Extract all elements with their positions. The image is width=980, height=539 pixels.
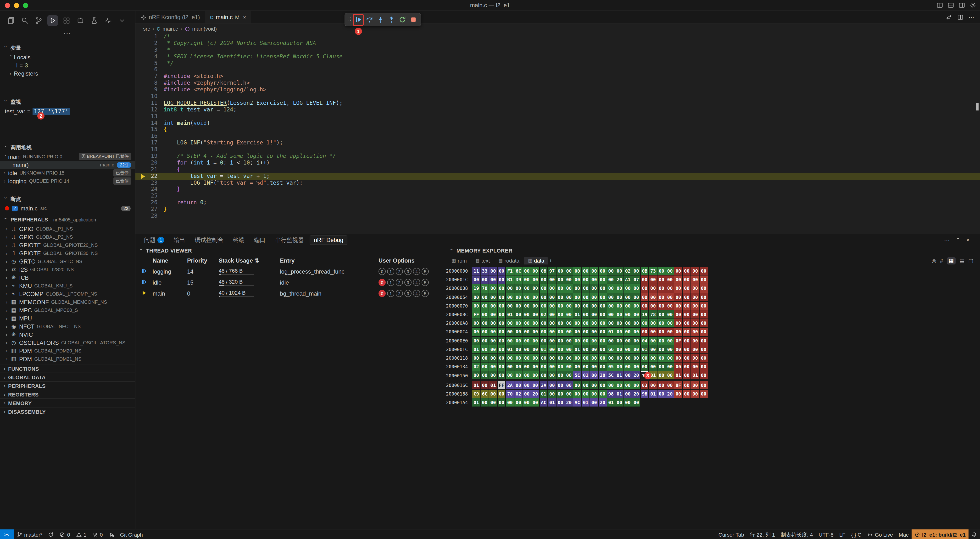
memory-byte[interactable]: 00 (557, 371, 565, 379)
memory-byte[interactable]: 00 (657, 381, 665, 389)
memory-byte[interactable]: 00 (666, 345, 674, 353)
memory-byte[interactable]: 00 (599, 328, 606, 336)
locate-icon[interactable]: ◎ (932, 258, 936, 264)
memory-byte[interactable]: 01 (607, 398, 615, 406)
line-number[interactable]: 28 (135, 213, 164, 220)
more-actions-icon[interactable]: ⋯ (944, 237, 950, 243)
memory-byte[interactable]: 00 (531, 319, 539, 327)
memory-byte[interactable]: 00 (590, 381, 598, 389)
user-option-4[interactable]: 4 (413, 279, 420, 286)
memory-byte[interactable]: 00 (514, 293, 522, 301)
memory-byte[interactable]: 00 (700, 345, 708, 353)
debug-step-over-button[interactable] (364, 14, 374, 25)
memory-byte[interactable]: 20 (599, 371, 606, 379)
grid-view-icon[interactable]: ▦ (947, 257, 956, 264)
memory-byte[interactable]: 00 (691, 284, 699, 292)
memory-byte[interactable]: 00 (641, 363, 649, 371)
memory-byte[interactable]: 00 (557, 363, 565, 371)
breakpoints-section-header[interactable]: › 断点 (0, 194, 135, 204)
memory-byte[interactable]: 00 (632, 363, 640, 371)
memory-byte[interactable]: 00 (548, 311, 556, 319)
memory-byte[interactable]: 00 (523, 302, 531, 310)
memory-byte[interactable]: 00 (599, 276, 606, 284)
memory-byte[interactable]: 00 (599, 284, 606, 292)
memory-byte[interactable]: 00 (573, 381, 581, 389)
user-option-3[interactable]: 3 (404, 290, 412, 297)
memory-byte[interactable]: 00 (607, 354, 615, 362)
memory-byte[interactable]: 00 (590, 398, 598, 406)
memory-byte[interactable]: 00 (540, 319, 548, 327)
memory-byte[interactable]: 00 (691, 319, 699, 327)
memory-byte[interactable]: 00 (557, 398, 565, 406)
memory-byte[interactable]: 00 (649, 345, 657, 353)
memory-byte[interactable]: 00 (472, 276, 480, 284)
memory-byte[interactable]: 00 (599, 293, 606, 301)
watch-section-header[interactable]: › 监视 (0, 97, 135, 107)
memory-byte[interactable]: 00 (590, 345, 598, 353)
memory-byte[interactable]: 00 (657, 302, 665, 310)
line-number[interactable]: 19 (135, 153, 164, 160)
memory-byte[interactable]: 00 (523, 319, 531, 327)
memory-byte[interactable]: 00 (573, 276, 581, 284)
memory-byte[interactable]: 00 (700, 284, 708, 292)
memory-byte[interactable]: 00 (675, 354, 682, 362)
memory-byte[interactable]: 00 (540, 284, 548, 292)
memory-byte[interactable]: 00 (523, 311, 531, 319)
memory-byte[interactable]: 00 (632, 293, 640, 301)
memory-byte[interactable]: 00 (480, 354, 488, 362)
line-number[interactable]: 2 (135, 40, 164, 47)
memory-byte[interactable]: 00 (607, 319, 615, 327)
memory-byte[interactable]: 00 (599, 363, 606, 371)
memory-byte[interactable]: 00 (632, 267, 640, 275)
memory-byte[interactable]: 00 (632, 328, 640, 336)
close-window-button[interactable] (5, 3, 10, 8)
user-option-3[interactable]: 3 (404, 279, 412, 286)
memory-byte[interactable]: 2A (540, 381, 548, 389)
memory-byte[interactable]: 00 (624, 363, 632, 371)
memory-byte[interactable]: 00 (480, 381, 488, 389)
memory-byte[interactable]: 00 (624, 390, 632, 398)
list-view-icon[interactable]: ▤ (959, 258, 964, 264)
memory-byte[interactable]: 00 (599, 345, 606, 353)
memory-byte[interactable]: 00 (531, 371, 539, 379)
memory-byte[interactable]: 06 (675, 363, 682, 371)
memory-byte[interactable]: 00 (557, 302, 565, 310)
memory-explorer-header[interactable]: › MEMORY EXPLORER (446, 246, 980, 255)
memory-byte[interactable]: 00 (531, 328, 539, 336)
sidebar-section-peripherals[interactable]: ›PERIPHERALS (0, 381, 135, 390)
memory-byte[interactable]: 00 (489, 345, 497, 353)
memory-byte[interactable]: 00 (498, 311, 506, 319)
memory-byte[interactable]: AC (540, 398, 548, 406)
peripheral-item-gpiote[interactable]: ›⎍GPIOTEGLOBAL_GPIOTE30_NS (0, 249, 135, 257)
memory-byte[interactable]: 00 (489, 267, 497, 275)
memory-byte[interactable]: 00 (691, 267, 699, 275)
memory-byte[interactable]: 00 (649, 276, 657, 284)
memory-byte[interactable]: 00 (675, 390, 682, 398)
memory-byte[interactable]: 00 (683, 302, 691, 310)
memory-byte[interactable]: 00 (514, 328, 522, 336)
memory-byte[interactable]: 07 (632, 276, 640, 284)
user-option-5[interactable]: 5 (422, 279, 429, 286)
user-option-0[interactable]: 0 (379, 268, 386, 275)
line-number[interactable]: 13 (135, 113, 164, 120)
memory-byte[interactable]: 00 (657, 390, 665, 398)
line-number[interactable]: 3 (135, 47, 164, 54)
memory-byte[interactable]: 00 (607, 293, 615, 301)
memory-byte[interactable]: 00 (489, 354, 497, 362)
memory-byte[interactable]: 5C (573, 371, 581, 379)
memory-byte[interactable]: 00 (498, 398, 506, 406)
memory-byte[interactable]: 00 (700, 293, 708, 301)
memory-byte[interactable]: 00 (641, 284, 649, 292)
peripheral-item-gpio[interactable]: ›⎍GPIOGLOBAL_P1_NS (0, 225, 135, 233)
memory-byte[interactable]: 00 (565, 371, 573, 379)
memory-byte[interactable]: 00 (506, 371, 514, 379)
memory-byte[interactable]: 00 (506, 302, 514, 310)
memory-byte[interactable]: 00 (616, 336, 623, 345)
memory-byte[interactable]: 73 (649, 267, 657, 275)
status-item-UTF-8[interactable]: UTF-8 (816, 529, 837, 539)
memory-byte[interactable]: 2A (506, 381, 514, 389)
memory-byte[interactable]: 00 (700, 319, 708, 327)
memory-byte[interactable]: 00 (489, 336, 497, 345)
memory-byte[interactable]: 00 (691, 363, 699, 371)
memory-byte[interactable]: 20 (565, 398, 573, 406)
